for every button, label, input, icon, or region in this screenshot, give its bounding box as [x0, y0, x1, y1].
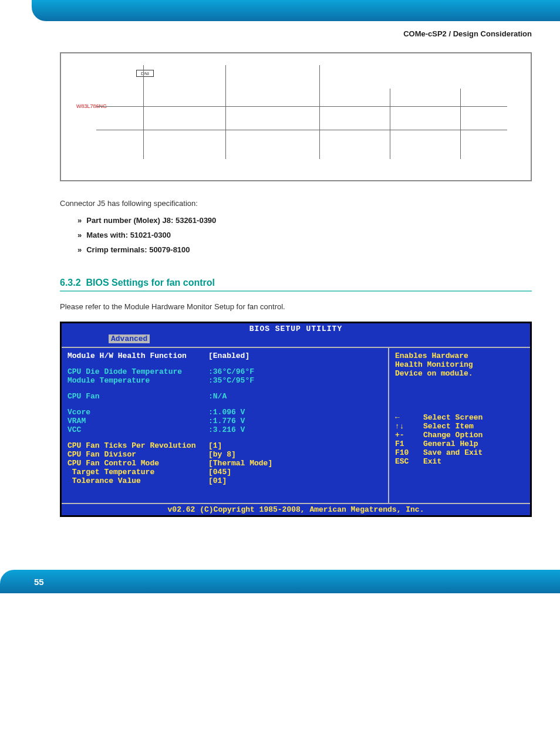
section-title: BIOS Settings for fan control: [86, 278, 215, 288]
bios-key-help: F1General Help: [395, 440, 524, 448]
bios-field-label: CPU Fan Control Mode: [68, 459, 208, 468]
bios-field-label: VCC: [68, 425, 208, 434]
page-footer: 55: [0, 570, 560, 593]
bios-field-value: :1.096 V: [208, 408, 245, 417]
bios-field-value: :1.776 V: [208, 417, 245, 425]
bios-field-label: CPU Fan: [68, 392, 208, 401]
bios-key-help: ↑↓Select Item: [395, 422, 524, 431]
bios-field-value: [045]: [208, 468, 231, 476]
dni-label: DNI: [136, 70, 154, 77]
section-underline: [60, 290, 532, 292]
bios-field-label: CPU Die Diode Temperature: [68, 367, 208, 376]
bios-cpu-fan: CPU Fan :N/A: [68, 392, 382, 401]
bios-help-line: Enables Hardware: [395, 351, 524, 360]
page-number: 55: [34, 577, 44, 587]
schematic-image: DNI W83L786NG: [60, 52, 532, 181]
spec-intro: Connector J5 has following specification…: [60, 199, 532, 208]
bios-field-value: [Thermal Mode]: [208, 459, 272, 468]
bios-field-value: :36°C/96°F: [208, 367, 254, 376]
bios-tab-advanced[interactable]: Advanced: [109, 334, 150, 343]
bios-field-value: [1]: [208, 441, 222, 450]
bios-field-value: :3.216 V: [208, 425, 245, 434]
bios-field-label: VRAM: [68, 417, 208, 425]
bios-field-label: CPU Fan Ticks Per Revolution: [68, 441, 208, 450]
bios-field-value: :35°C/95°F: [208, 376, 254, 385]
bios-help-line: Device on module.: [395, 369, 524, 378]
bios-field-label: CPU Fan Divisor: [68, 450, 208, 459]
bios-field-value: [by 8]: [208, 450, 236, 459]
bios-hw-health[interactable]: Module H/W Health Function [Enabled]: [68, 351, 382, 360]
bios-field-value: [Enabled]: [208, 351, 249, 360]
bios-field-label: Vcore: [68, 408, 208, 417]
header-bar: [32, 0, 560, 21]
bios-field-value: [01]: [208, 476, 227, 485]
bios-key-help: +-Change Option: [395, 431, 524, 440]
bios-title: BIOS SETUP UTILITY: [62, 323, 530, 334]
bios-cpu-die-temp: CPU Die Diode Temperature :36°C/96°F: [68, 367, 382, 376]
section-number: 6.3.2: [60, 278, 81, 288]
bios-module-temp: Module Temperature :35°C/95°F: [68, 376, 382, 385]
bios-footer: v02.62 (C)Copyright 1985-2008, American …: [62, 504, 530, 515]
bios-field-label: Module Temperature: [68, 376, 208, 385]
bios-vram: VRAM :1.776 V: [68, 417, 382, 425]
bios-key-help: ←Select Screen: [395, 413, 524, 422]
bios-fan-ticks[interactable]: CPU Fan Ticks Per Revolution [1]: [68, 441, 382, 450]
bios-target-temp[interactable]: Target Temperature [045]: [68, 468, 382, 476]
bios-help-line: Health Monitoring: [395, 360, 524, 369]
bios-fan-divisor[interactable]: CPU Fan Divisor [by 8]: [68, 450, 382, 459]
spec-item: Crimp terminals: 50079-8100: [77, 245, 532, 254]
bios-vcore: Vcore :1.096 V: [68, 408, 382, 417]
bios-key-help: ESCExit: [395, 457, 524, 466]
bios-field-label: Tolerance Value: [68, 476, 208, 485]
spec-item: Part number (Molex) J8: 53261-0390: [77, 216, 532, 225]
bios-field-value: :N/A: [208, 392, 227, 401]
bios-field-label: Module H/W Health Function: [68, 351, 208, 360]
bios-screenshot: BIOS SETUP UTILITY Advanced Module H/W H…: [60, 322, 532, 517]
section-heading: 6.3.2 BIOS Settings for fan control: [60, 278, 532, 288]
spec-item: Mates with: 51021-0300: [77, 231, 532, 239]
bios-field-label: Target Temperature: [68, 468, 208, 476]
bios-key-help: F10Save and Exit: [395, 448, 524, 457]
bios-tolerance[interactable]: Tolerance Value [01]: [68, 476, 382, 485]
bios-vcc: VCC :3.216 V: [68, 425, 382, 434]
spec-list: Part number (Molex) J8: 53261-0390 Mates…: [60, 216, 532, 254]
bios-fan-control-mode[interactable]: CPU Fan Control Mode [Thermal Mode]: [68, 459, 382, 468]
breadcrumb: COMe-cSP2 / Design Consideration: [0, 29, 560, 52]
refer-text: Please refer to the Module Hardware Moni…: [60, 302, 532, 311]
